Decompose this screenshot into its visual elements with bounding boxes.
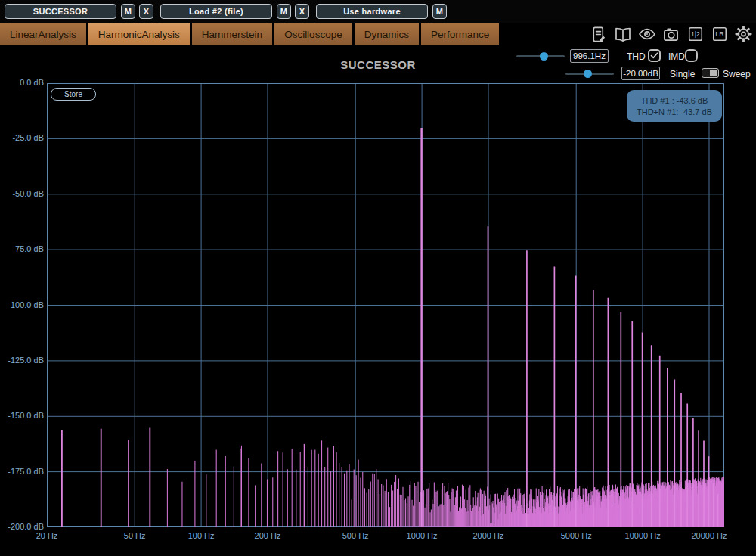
channel-12-text: 1|2: [691, 30, 700, 38]
y-tick-label: -175.0 dB: [0, 467, 44, 476]
x-tick-label: 500 Hz: [325, 531, 386, 540]
preset-slot-button[interactable]: SUCCESSOR: [5, 4, 116, 19]
imd-checkbox[interactable]: [685, 49, 698, 62]
spectrum-plot: [47, 83, 724, 527]
mute-button-3[interactable]: M: [432, 4, 447, 19]
toggle-knob[interactable]: [710, 70, 717, 76]
x-tick-label: 5000 Hz: [546, 531, 606, 540]
top-strip: SUCCESSOR M X Load #2 (file) M X Use har…: [0, 0, 756, 23]
tab-performance[interactable]: Performance: [421, 23, 499, 45]
y-tick-label: -125.0 dB: [0, 356, 44, 365]
level-slider[interactable]: [565, 73, 614, 75]
x-tick-label: 2000 Hz: [458, 531, 519, 540]
y-tick-label: -25.0 dB: [0, 133, 44, 142]
level-value-field[interactable]: -20.00dB: [621, 67, 660, 80]
sweep-label: Sweep: [723, 69, 751, 79]
tab-bar: LinearAnalysisHarmonicAnalysisHammerstei…: [0, 23, 590, 45]
settings-icon[interactable]: [734, 25, 753, 44]
tab-harmonicanalysis[interactable]: HarmonicAnalysis: [88, 23, 190, 45]
y-tick-label: -50.0 dB: [0, 189, 44, 198]
grid-lines: [47, 83, 724, 527]
y-tick-label: -200.0 dB: [0, 522, 44, 531]
mute-button-2[interactable]: M: [277, 4, 291, 19]
channel-lr-text: LR: [715, 30, 724, 38]
channel-12-icon[interactable]: 1|2: [686, 25, 705, 44]
x-tick-label: 100 Hz: [171, 531, 231, 540]
single-sweep-toggle[interactable]: [702, 68, 719, 78]
y-tick-label: -75.0 dB: [0, 244, 44, 253]
spectrum-plot-area: [47, 83, 724, 527]
noise-floor-bins: [167, 440, 724, 527]
frequency-slider-thumb[interactable]: [540, 52, 548, 61]
y-tick-label: 0.0 dB: [0, 78, 44, 87]
x-tick-label: 10000 Hz: [612, 531, 673, 540]
use-hardware-button[interactable]: Use hardware: [316, 4, 428, 19]
x-tick-label: 1000 Hz: [392, 531, 452, 540]
x-tick-label: 50 Hz: [104, 531, 165, 540]
x-tick-label: 200 Hz: [237, 531, 298, 540]
tab-oscilloscope[interactable]: Oscilloscope: [274, 23, 352, 45]
bypass-button-2[interactable]: X: [295, 4, 309, 19]
thd-readout-line1: THD #1 : -43.6 dB: [641, 96, 708, 105]
single-label: Single: [670, 69, 695, 79]
manual-icon[interactable]: [613, 25, 632, 44]
mute-button-1[interactable]: M: [121, 4, 135, 19]
tab-hammerstein[interactable]: Hammerstein: [192, 23, 272, 45]
notes-icon[interactable]: [589, 25, 608, 44]
harmonic-peaks: [62, 128, 718, 527]
tab-linearanalysis[interactable]: LinearAnalysis: [0, 23, 86, 45]
x-tick-label: 20 Hz: [17, 531, 77, 540]
y-tick-label: -150.0 dB: [0, 411, 44, 420]
frequency-value-field[interactable]: 996.1Hz: [570, 49, 609, 63]
x-tick-label: 20000 Hz: [679, 531, 739, 540]
thd-readout-line2: THD+N #1: -43.7 dB: [637, 107, 712, 116]
thd-readout-box: THD #1 : -43.6 dB THD+N #1: -43.7 dB: [627, 90, 722, 122]
snapshot-icon[interactable]: [662, 25, 680, 44]
tab-dynamics[interactable]: Dynamics: [355, 23, 419, 45]
eye-icon[interactable]: [637, 25, 656, 44]
store-button[interactable]: Store: [51, 88, 96, 101]
thd-checkbox[interactable]: [648, 49, 661, 62]
level-slider-thumb[interactable]: [584, 70, 592, 78]
channel-lr-icon[interactable]: LR: [710, 25, 729, 44]
bypass-button-1[interactable]: X: [139, 4, 153, 19]
load-file-button[interactable]: Load #2 (file): [160, 4, 272, 19]
toolbar-icon-row: 1|2 LR: [589, 23, 753, 45]
y-tick-label: -100.0 dB: [0, 300, 44, 309]
thd-label: THD: [627, 51, 646, 62]
imd-label: IMD: [668, 51, 685, 62]
frequency-slider[interactable]: [516, 55, 565, 57]
